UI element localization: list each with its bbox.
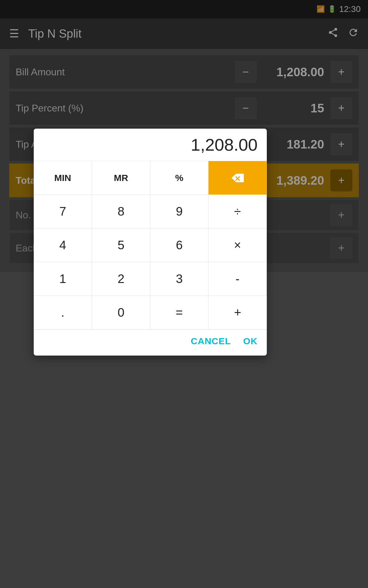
calc-divide-button[interactable]: ÷ bbox=[209, 195, 267, 228]
calc-subtract-button[interactable]: - bbox=[209, 262, 267, 296]
ok-button[interactable]: OK bbox=[243, 336, 258, 346]
calc-0-button[interactable]: 0 bbox=[92, 296, 150, 330]
calc-4-button[interactable]: 4 bbox=[34, 228, 92, 262]
calc-display: 1,208.00 bbox=[34, 129, 267, 161]
calc-backspace-button[interactable] bbox=[209, 161, 267, 195]
calc-multiply-button[interactable]: × bbox=[209, 228, 267, 262]
calc-add-button[interactable]: + bbox=[209, 296, 267, 330]
calculator-dialog: 1,208.00 MIN MR % 7 8 9 ÷ 4 5 6 × 1 2 3 … bbox=[34, 129, 267, 356]
calc-8-button[interactable]: 8 bbox=[92, 195, 150, 228]
calc-1-button[interactable]: 1 bbox=[34, 262, 92, 296]
calc-mr-button[interactable]: MR bbox=[92, 161, 150, 195]
calc-5-button[interactable]: 5 bbox=[92, 228, 150, 262]
calc-decimal-button[interactable]: . bbox=[34, 296, 92, 330]
calc-7-button[interactable]: 7 bbox=[34, 195, 92, 228]
calc-2-button[interactable]: 2 bbox=[92, 262, 150, 296]
calc-3-button[interactable]: 3 bbox=[150, 262, 209, 296]
calc-6-button[interactable]: 6 bbox=[150, 228, 209, 262]
calc-grid: MIN MR % 7 8 9 ÷ 4 5 6 × 1 2 3 - . 0 = + bbox=[34, 161, 267, 330]
calc-equals-button[interactable]: = bbox=[150, 296, 209, 330]
calc-actions: CANCEL OK bbox=[34, 330, 267, 349]
cancel-button[interactable]: CANCEL bbox=[191, 336, 231, 346]
calc-min-button[interactable]: MIN bbox=[34, 161, 92, 195]
calc-percent-button[interactable]: % bbox=[150, 161, 209, 195]
calc-9-button[interactable]: 9 bbox=[150, 195, 209, 228]
